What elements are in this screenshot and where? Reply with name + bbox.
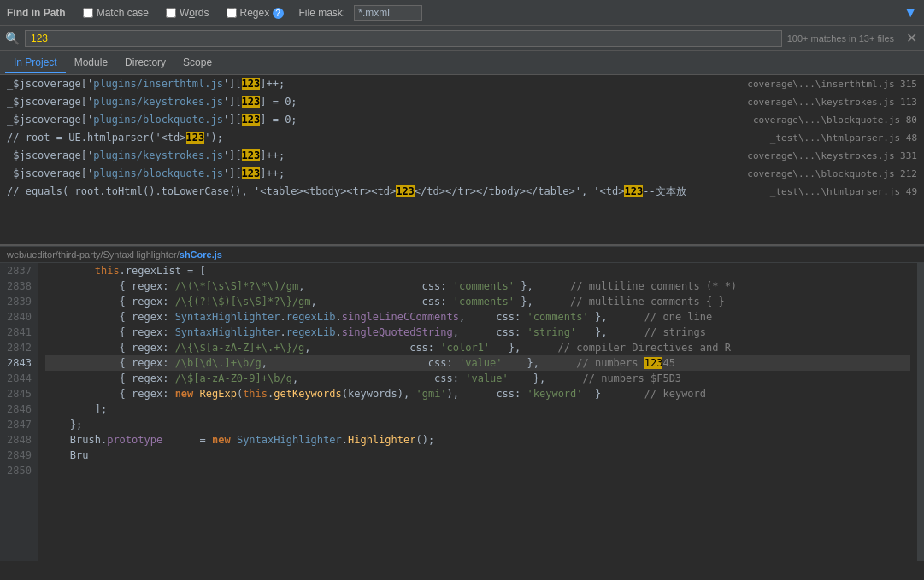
result-code: _$jscoverage['plugins/blockquote.js'][12… [7, 112, 744, 127]
code-line: }; [45, 417, 910, 432]
code-line: { regex: /\$[a-zA-Z0-9]+\b/g, css: 'valu… [45, 371, 910, 386]
result-path: coverage\...\keystrokes.js 331 [747, 149, 917, 164]
line-num: 2846 [7, 401, 32, 417]
code-lines: this.regexList = [ { regex: /\(\*[\s\S]*… [38, 263, 917, 561]
code-line: this.regexList = [ [45, 263, 910, 278]
regex-help: ? [273, 8, 284, 19]
code-view[interactable]: 2837 2838 2839 2840 2841 2842 2843 2844 … [0, 263, 924, 561]
result-path: _test\...\htmlparser.js 49 [770, 185, 917, 200]
file-mask-input[interactable] [354, 5, 422, 21]
scrollbar-right[interactable] [917, 263, 924, 561]
result-row[interactable]: _$jscoverage['plugins/blockquote.js'][12… [0, 165, 924, 183]
code-line: Bru [45, 448, 910, 463]
file-label-row: web/ueditor/third-party/SyntaxHighlighte… [0, 246, 924, 263]
line-num: 2844 [7, 371, 32, 386]
words-group: Words [166, 7, 209, 19]
line-num: 2841 [7, 325, 32, 340]
line-num: 2849 [7, 448, 32, 463]
result-code: // root = UE.htmlparser('<td>123'); [7, 130, 762, 145]
close-button[interactable]: ✕ [904, 30, 919, 46]
result-code: // equals( root.toHtml().toLowerCase(), … [7, 184, 762, 199]
line-num: 2843 [7, 355, 32, 371]
result-row[interactable]: _$jscoverage['plugins/keystrokes.js'][12… [0, 147, 924, 165]
code-line: { regex: SyntaxHighlighter.regexLib.sing… [45, 309, 910, 325]
code-line: ]; [45, 401, 910, 417]
line-num: 2845 [7, 386, 32, 401]
line-num: 2847 [7, 417, 32, 432]
line-num: 2848 [7, 432, 32, 448]
result-row[interactable]: // root = UE.htmlparser('<td>123'); _tes… [0, 129, 924, 147]
code-line: { regex: new RegExp(this.getKeywords(key… [45, 386, 910, 401]
result-path: coverage\...\keystrokes.js 113 [747, 95, 917, 110]
match-count: 100+ matches in 13+ files [787, 33, 894, 44]
code-line: { regex: /\b[\d\.]+\b/g, css: 'value' },… [45, 355, 910, 371]
search-input[interactable] [25, 30, 782, 47]
find-in-path-bar: Find in Path Match case Words Regex ? Fi… [0, 0, 924, 26]
file-mask-label: File mask: [299, 7, 346, 19]
line-num: 2837 [7, 263, 32, 278]
result-path: coverage\...\inserthtml.js 315 [747, 77, 917, 92]
result-row[interactable]: _$jscoverage['plugins/inserthtml.js'][12… [0, 75, 924, 93]
regex-checkbox[interactable] [227, 8, 237, 18]
line-num: 2850 [7, 463, 32, 478]
result-code: _$jscoverage['plugins/inserthtml.js'][12… [7, 76, 739, 91]
match-case-group: Match case [83, 7, 149, 19]
tab-in-project[interactable]: In Project [5, 53, 66, 73]
file-path-prefix: web/ueditor/third-party/SyntaxHighlighte… [7, 249, 180, 260]
filter-icon[interactable]: ▼ [903, 5, 917, 21]
file-name: shCore.js [180, 249, 222, 260]
results-container[interactable]: _$jscoverage['plugins/inserthtml.js'][12… [0, 75, 924, 246]
words-checkbox[interactable] [166, 8, 176, 18]
regex-label[interactable]: Regex ? [240, 7, 284, 19]
line-num: 2842 [7, 340, 32, 355]
tab-module[interactable]: Module [66, 53, 116, 73]
result-row[interactable]: _$jscoverage['plugins/keystrokes.js'][12… [0, 93, 924, 111]
match-case-checkbox[interactable] [83, 8, 93, 18]
code-line: { regex: /\(\*[\s\S]*?\*\)/gm, css: 'com… [45, 278, 910, 294]
search-icon: 🔍 [5, 32, 20, 45]
result-code: _$jscoverage['plugins/keystrokes.js'][12… [7, 148, 739, 163]
code-line: { regex: /\{(?!\$)[\s\S]*?\}/gm, css: 'c… [45, 294, 910, 309]
line-num: 2840 [7, 309, 32, 325]
line-num: 2839 [7, 294, 32, 309]
code-line: { regex: /\{\$[a-zA-Z]+\.+\}/g, css: 'co… [45, 340, 910, 355]
find-in-path-title: Find in Path [7, 7, 66, 19]
match-case-label[interactable]: Match case [97, 7, 149, 19]
result-path: _test\...\htmlparser.js 48 [770, 131, 917, 146]
code-line: { regex: SyntaxHighlighter.regexLib.sing… [45, 325, 910, 340]
result-row[interactable]: // equals( root.toHtml().toLowerCase(), … [0, 183, 924, 201]
tab-directory[interactable]: Directory [116, 53, 174, 73]
words-label[interactable]: Words [180, 7, 209, 19]
search-row: 🔍 100+ matches in 13+ files ✕ [0, 26, 924, 51]
line-numbers: 2837 2838 2839 2840 2841 2842 2843 2844 … [0, 263, 38, 561]
result-path: coverage\...\blockquote.js 80 [753, 113, 917, 128]
code-line: Brush.prototype = new SyntaxHighlighter.… [45, 432, 910, 448]
result-code: _$jscoverage['plugins/keystrokes.js'][12… [7, 94, 739, 109]
tabs-row: In Project Module Directory Scope [0, 51, 924, 75]
result-path: coverage\...\blockquote.js 212 [747, 167, 917, 182]
result-code: _$jscoverage['plugins/blockquote.js'][12… [7, 166, 739, 181]
result-row[interactable]: _$jscoverage['plugins/blockquote.js'][12… [0, 111, 924, 129]
tab-scope[interactable]: Scope [174, 53, 221, 73]
line-num: 2838 [7, 278, 32, 294]
regex-group: Regex ? [227, 7, 284, 19]
